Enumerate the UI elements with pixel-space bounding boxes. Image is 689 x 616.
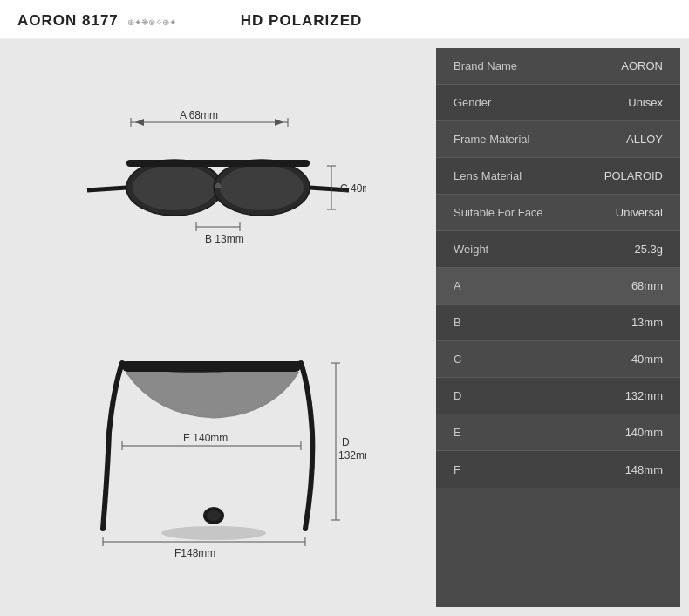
- page-wrapper: AORON 8177 ⊕✦❋⊗✧⊕✦ HD POLARIZED: [0, 0, 689, 616]
- svg-point-37: [207, 510, 221, 521]
- spec-label: Gender: [454, 96, 491, 109]
- spec-label: F: [454, 463, 460, 476]
- spec-label: D: [454, 389, 461, 402]
- spec-row: C40mm: [436, 341, 680, 378]
- spec-row: B13mm: [436, 305, 680, 341]
- spec-row: Frame MaterialALLOY: [436, 121, 680, 158]
- spec-label: E: [454, 426, 461, 439]
- glasses-top-diagram: A 68mm: [70, 96, 366, 270]
- svg-text:B 13mm: B 13mm: [205, 233, 244, 245]
- spec-row: Suitable For FaceUniversal: [436, 195, 680, 231]
- spec-label: B: [454, 316, 461, 329]
- spec-value: POLAROID: [604, 169, 663, 182]
- svg-text:E 140mm: E 140mm: [183, 432, 228, 444]
- spec-value: Universal: [616, 206, 663, 219]
- spec-value: 140mm: [625, 426, 663, 439]
- bottom-view-svg: D 132mm E 140mm F148mm: [70, 346, 366, 564]
- spec-label: Weight: [454, 243, 488, 256]
- svg-text:132mm: 132mm: [338, 449, 366, 462]
- specs-panel: Brand NameAORONGenderUnisexFrame Materia…: [436, 48, 680, 607]
- diagram-panel: A 68mm: [9, 48, 427, 607]
- glasses-bottom-diagram: D 132mm E 140mm F148mm: [70, 350, 366, 559]
- spec-label: Frame Material: [454, 133, 529, 146]
- model-title: AORON 8177: [17, 12, 119, 30]
- svg-rect-11: [126, 160, 310, 167]
- spec-value: 132mm: [625, 389, 663, 402]
- svg-text:⊕✦❋⊗✧⊕✦: ⊕✦❋⊗✧⊕✦: [127, 17, 176, 27]
- svg-text:D: D: [342, 436, 350, 448]
- header: AORON 8177 ⊕✦❋⊗✧⊕✦ HD POLARIZED: [0, 0, 689, 39]
- spec-value: 148mm: [625, 463, 663, 476]
- spec-value: 40mm: [631, 352, 663, 366]
- spec-label: Brand Name: [454, 59, 517, 72]
- header-icon-strip: ⊕✦❋⊗✧⊕✦: [127, 13, 232, 29]
- main-content: A 68mm: [0, 39, 689, 616]
- spec-label: Lens Material: [454, 169, 522, 182]
- svg-text:F148mm: F148mm: [174, 547, 215, 559]
- spec-row: F148mm: [436, 451, 680, 488]
- spec-row: E140mm: [436, 414, 680, 451]
- svg-marker-4: [135, 119, 144, 126]
- top-view-svg: A 68mm: [70, 96, 366, 270]
- spec-row: Brand NameAORON: [436, 48, 680, 85]
- spec-value: AORON: [621, 59, 663, 72]
- spec-row: GenderUnisex: [436, 85, 680, 121]
- spec-row: Lens MaterialPOLAROID: [436, 158, 680, 195]
- spec-value: ALLOY: [626, 133, 663, 146]
- spec-label: C: [454, 352, 461, 366]
- spec-value: Unisex: [628, 96, 663, 109]
- spec-value: 68mm: [631, 279, 663, 292]
- svg-text:A 68mm: A 68mm: [180, 109, 218, 121]
- spec-label: A: [454, 279, 461, 292]
- spec-row: Weight25.3g: [436, 231, 680, 268]
- hd-label: HD POLARIZED: [241, 12, 363, 30]
- spec-value: 25.3g: [634, 243, 663, 256]
- svg-marker-5: [275, 119, 283, 126]
- svg-line-12: [87, 188, 126, 190]
- spec-row: A68mm: [436, 268, 680, 305]
- spec-label: Suitable For Face: [454, 206, 543, 219]
- svg-point-38: [161, 526, 266, 540]
- svg-point-8: [133, 165, 216, 210]
- svg-point-10: [220, 165, 304, 210]
- spec-value: 13mm: [631, 316, 663, 329]
- brand-icons: ⊕✦❋⊗✧⊕✦: [127, 13, 232, 29]
- spec-row: D132mm: [436, 378, 680, 414]
- svg-text:C 40mm: C 40mm: [340, 182, 366, 195]
- svg-rect-35: [122, 361, 301, 372]
